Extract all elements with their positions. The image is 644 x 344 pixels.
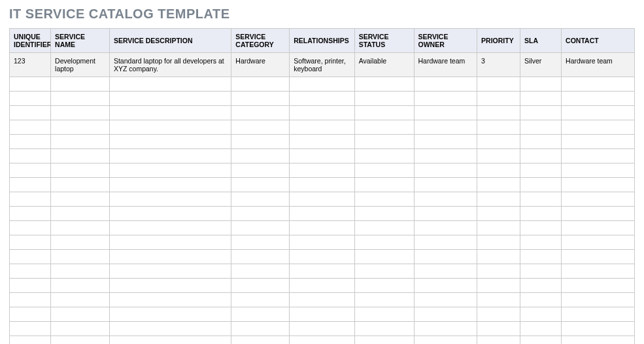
cell-name[interactable] [51,106,110,120]
cell-cat[interactable] [231,120,290,135]
cell-desc[interactable] [109,293,231,307]
cell-owner[interactable] [414,163,477,178]
cell-id[interactable] [10,135,51,149]
cell-name[interactable] [51,178,110,192]
cell-name[interactable] [51,221,110,235]
cell-cat[interactable] [231,92,290,106]
cell-owner[interactable] [414,178,477,192]
cell-sla[interactable] [520,135,562,149]
cell-rel[interactable] [290,279,354,293]
cell-contact[interactable] [562,106,635,120]
cell-prio[interactable] [477,92,520,106]
cell-rel[interactable] [290,135,354,149]
cell-id[interactable]: 123 [10,53,51,77]
cell-status[interactable] [354,235,414,250]
cell-prio[interactable] [477,336,520,345]
cell-cat[interactable] [231,250,290,264]
cell-desc[interactable] [109,106,231,120]
cell-owner[interactable] [414,221,477,235]
cell-sla[interactable] [520,307,562,322]
cell-prio[interactable] [477,221,520,235]
cell-cat[interactable] [231,336,290,345]
cell-owner[interactable] [414,293,477,307]
cell-contact[interactable] [562,221,635,235]
cell-desc[interactable] [109,77,231,92]
cell-owner[interactable]: Hardware team [414,53,477,77]
cell-sla[interactable] [520,77,562,92]
cell-sla[interactable] [520,192,562,207]
cell-desc[interactable] [109,264,231,279]
cell-desc[interactable] [109,192,231,207]
cell-sla[interactable]: Silver [520,53,562,77]
cell-prio[interactable] [477,135,520,149]
cell-status[interactable] [354,77,414,92]
cell-status[interactable] [354,336,414,345]
cell-rel[interactable] [290,221,354,235]
cell-contact[interactable] [562,264,635,279]
cell-prio[interactable] [477,264,520,279]
cell-sla[interactable] [520,235,562,250]
cell-contact[interactable] [562,207,635,221]
cell-cat[interactable] [231,135,290,149]
cell-contact[interactable] [562,163,635,178]
cell-desc[interactable] [109,207,231,221]
cell-name[interactable] [51,307,110,322]
cell-desc[interactable] [109,235,231,250]
cell-owner[interactable] [414,106,477,120]
cell-desc[interactable] [109,336,231,345]
cell-sla[interactable] [520,293,562,307]
cell-prio[interactable] [477,149,520,163]
cell-desc[interactable] [109,279,231,293]
cell-name[interactable] [51,293,110,307]
cell-name[interactable] [51,149,110,163]
cell-status[interactable] [354,192,414,207]
cell-cat[interactable] [231,192,290,207]
cell-name[interactable] [51,207,110,221]
cell-status[interactable] [354,135,414,149]
cell-id[interactable] [10,92,51,106]
cell-cat[interactable] [231,322,290,336]
cell-id[interactable] [10,192,51,207]
cell-id[interactable] [10,163,51,178]
cell-status[interactable] [354,264,414,279]
cell-desc[interactable] [109,250,231,264]
cell-status[interactable] [354,279,414,293]
cell-desc[interactable]: Standard laptop for all developers at XY… [109,53,231,77]
cell-name[interactable] [51,264,110,279]
cell-name[interactable] [51,135,110,149]
cell-owner[interactable] [414,235,477,250]
cell-cat[interactable] [231,307,290,322]
cell-name[interactable] [51,120,110,135]
cell-owner[interactable] [414,322,477,336]
cell-id[interactable] [10,279,51,293]
cell-cat[interactable] [231,207,290,221]
cell-cat[interactable] [231,235,290,250]
cell-cat[interactable] [231,221,290,235]
cell-owner[interactable] [414,77,477,92]
cell-cat[interactable] [231,77,290,92]
cell-status[interactable] [354,92,414,106]
cell-id[interactable] [10,221,51,235]
cell-prio[interactable] [477,322,520,336]
cell-contact[interactable] [562,149,635,163]
cell-prio[interactable] [477,120,520,135]
cell-rel[interactable] [290,178,354,192]
cell-id[interactable] [10,336,51,345]
cell-sla[interactable] [520,178,562,192]
cell-id[interactable] [10,106,51,120]
cell-rel[interactable] [290,235,354,250]
cell-prio[interactable] [477,192,520,207]
cell-id[interactable] [10,120,51,135]
cell-owner[interactable] [414,92,477,106]
cell-id[interactable] [10,322,51,336]
cell-sla[interactable] [520,250,562,264]
cell-rel[interactable] [290,106,354,120]
cell-desc[interactable] [109,135,231,149]
cell-cat[interactable] [231,163,290,178]
cell-status[interactable] [354,221,414,235]
cell-id[interactable] [10,264,51,279]
cell-name[interactable] [51,163,110,178]
cell-owner[interactable] [414,207,477,221]
cell-rel[interactable] [290,92,354,106]
cell-sla[interactable] [520,264,562,279]
